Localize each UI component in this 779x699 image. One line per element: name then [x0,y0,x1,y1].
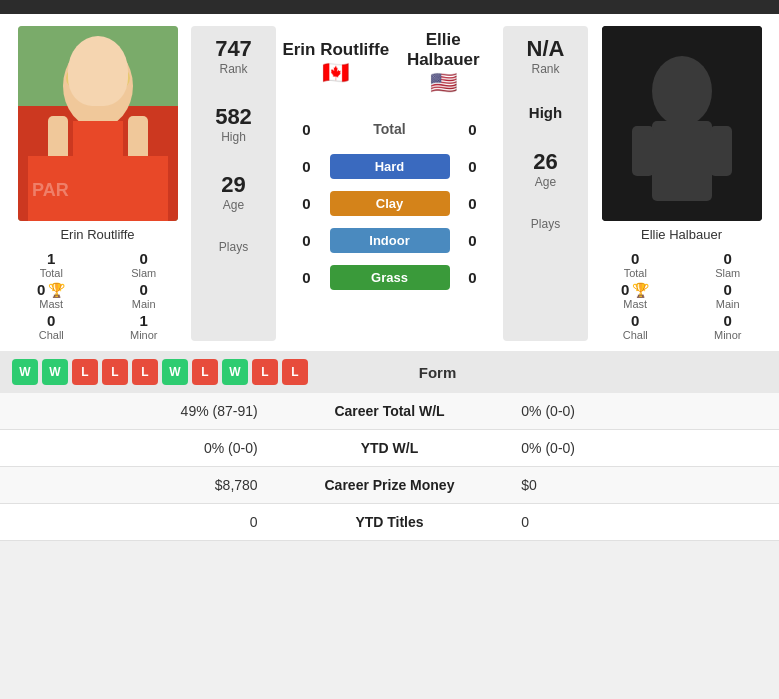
career-stats-table: 49% (87-91)Career Total W/L0% (0-0)0% (0… [0,393,779,541]
stat-mast-right: 0 🏆 Mast [594,281,677,310]
rank-item-right: N/A Rank [527,36,565,76]
player-photo-left: PAR [18,26,178,221]
svg-rect-6 [128,116,148,161]
player-stats-right: 0 Total 0 Slam 0 🏆 Mast 0 Main [594,250,769,341]
surface-row-indoor: 0 Indoor 0 [282,222,497,259]
top-header [0,0,779,14]
stat-total-left: 1 Total [10,250,93,279]
stat-mast-left: 0 🏆 Mast [10,281,93,310]
stat-chall-left: 0 Chall [10,312,93,341]
age-item-left: 29 Age [221,172,245,212]
grass-score-left: 0 [292,269,322,286]
svg-rect-13 [652,121,712,201]
stat-minor-left: 1 Minor [103,312,186,341]
stat-center-label: YTD W/L [273,430,507,467]
grass-score-right: 0 [458,269,488,286]
table-row: 0% (0-0)YTD W/L0% (0-0) [0,430,779,467]
form-badge-l: L [72,359,98,385]
right-rank-box: N/A Rank High 26 Age Plays [503,26,588,341]
surface-badge-indoor: Indoor [330,228,450,253]
player-photo-right [602,26,762,221]
form-badge-w: W [222,359,248,385]
stat-left-value: 0% (0-0) [0,430,273,467]
stat-slam-left: 0 Slam [103,250,186,279]
surface-badge-total: Total [330,116,450,142]
form-badge-w: W [42,359,68,385]
left-flag: 🇨🇦 [322,60,349,86]
form-section: WWLLLWLWLL Form [0,351,779,393]
form-badge-w: W [162,359,188,385]
stat-right-value: 0% (0-0) [506,393,779,430]
left-player-header-name: Erin Routliffe [282,40,390,60]
surface-row-clay: 0 Clay 0 [282,185,497,222]
stat-main-left: 0 Main [103,281,186,310]
surface-badge-clay: Clay [330,191,450,216]
silhouette-svg [602,26,762,221]
svg-text:PAR: PAR [32,180,69,200]
surface-row-total: 0 Total 0 [282,110,497,148]
header-row: Erin Routliffe 🇨🇦 Ellie Halbauer 🇺🇸 [282,26,497,110]
total-score-right: 0 [458,121,488,138]
surface-row-hard: 0 Hard 0 [282,148,497,185]
stat-right-value: 0% (0-0) [506,430,779,467]
surface-badge-hard: Hard [330,154,450,179]
left-rank-box: 747 Rank 582 High 29 Age Plays [191,26,276,341]
table-row: 49% (87-91)Career Total W/L0% (0-0) [0,393,779,430]
svg-rect-14 [632,126,654,176]
form-badge-l: L [192,359,218,385]
age-item-right: 26 Age [533,149,557,189]
svg-point-4 [66,60,130,96]
table-row: 0YTD Titles0 [0,504,779,541]
trophy-icon-left: 🏆 [48,282,65,298]
hard-score-right: 0 [458,158,488,175]
svg-point-7 [81,81,91,91]
plays-item-left: Plays [219,240,248,254]
stat-main-right: 0 Main [687,281,770,310]
hard-score-left: 0 [292,158,322,175]
center-section: 747 Rank 582 High 29 Age Plays [191,26,588,341]
stat-left-value: 49% (87-91) [0,393,273,430]
stat-left-value: 0 [0,504,273,541]
stat-left-value: $8,780 [0,467,273,504]
form-badge-l: L [252,359,278,385]
stat-chall-right: 0 Chall [594,312,677,341]
svg-point-2 [63,44,133,128]
right-player-header-name: Ellie Halbauer [390,30,498,70]
svg-rect-5 [48,116,68,161]
form-badge-l: L [102,359,128,385]
players-section: PAR Erin Routliffe 1 Total 0 Slam 0 🏆 [0,14,779,351]
clay-score-right: 0 [458,195,488,212]
left-flag-container: 🇨🇦 [282,60,390,86]
player-stats-left: 1 Total 0 Slam 0 🏆 Mast 0 Main [10,250,185,341]
right-flag-container: 🇺🇸 [390,70,498,96]
stat-right-value: $0 [506,467,779,504]
surface-section: Erin Routliffe 🇨🇦 Ellie Halbauer 🇺🇸 [282,26,497,296]
clay-score-left: 0 [292,195,322,212]
total-score-left: 0 [292,121,322,138]
form-badges: WWLLLWLWLL [12,359,308,385]
svg-point-12 [652,56,712,126]
high-item-left: 582 High [215,104,252,144]
table-row: $8,780Career Prize Money$0 [0,467,779,504]
plays-item-right: Plays [531,217,560,231]
main-container: PAR Erin Routliffe 1 Total 0 Slam 0 🏆 [0,0,779,541]
svg-rect-15 [710,126,732,176]
indoor-score-right: 0 [458,232,488,249]
form-badge-l: L [132,359,158,385]
right-flag: 🇺🇸 [430,70,457,96]
stat-center-label: YTD Titles [273,504,507,541]
surface-badge-grass: Grass [330,265,450,290]
player-left: PAR Erin Routliffe 1 Total 0 Slam 0 🏆 [10,26,185,341]
form-badge-l: L [282,359,308,385]
rank-item-left: 747 Rank [215,36,252,76]
player-name-left: Erin Routliffe [60,227,134,242]
stat-center-label: Career Total W/L [273,393,507,430]
svg-point-8 [105,81,115,91]
surface-row-grass: 0 Grass 0 [282,259,497,296]
player-name-right: Ellie Halbauer [641,227,722,242]
player-right: Ellie Halbauer 0 Total 0 Slam 0 🏆 Mast [594,26,769,341]
stat-slam-right: 0 Slam [687,250,770,279]
stat-total-right: 0 Total [594,250,677,279]
stat-center-label: Career Prize Money [273,467,507,504]
stat-minor-right: 0 Minor [687,312,770,341]
